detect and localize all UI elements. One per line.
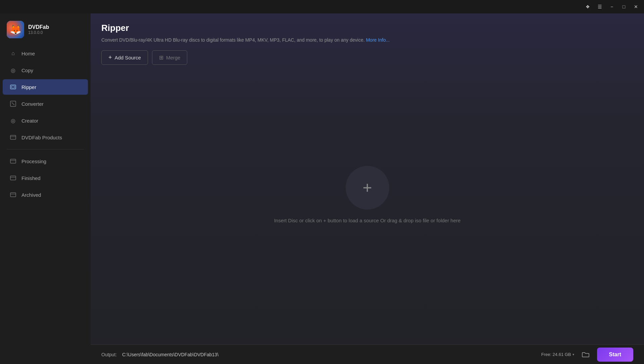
ripper-icon bbox=[9, 83, 17, 91]
add-source-label: Add Source bbox=[115, 55, 141, 60]
logo-text: DVDFab 13.0.0.0 bbox=[28, 24, 49, 35]
dvdfab-products-icon bbox=[9, 134, 17, 141]
logo-avatar: 🦊 bbox=[7, 21, 24, 38]
sidebar-item-label-processing: Processing bbox=[21, 158, 46, 164]
toolbar: + Add Source ⊞ Merge bbox=[91, 50, 644, 72]
output-path: C:\Users\fab\Documents\DVDFab\DVDFab13\ bbox=[122, 352, 536, 357]
sidebar-item-label-archived: Archived bbox=[21, 192, 41, 198]
sidebar-item-ripper[interactable]: Ripper bbox=[3, 79, 88, 95]
svg-rect-10 bbox=[10, 193, 16, 197]
free-space-chevron-icon[interactable]: ▾ bbox=[573, 353, 574, 356]
app-body: 🦊 DVDFab 13.0.0.0 ⌂ Home ◎ Copy Ripper bbox=[0, 13, 644, 364]
drop-zone[interactable]: + Insert Disc or click on + button to lo… bbox=[91, 72, 644, 345]
page-description: Convert DVD/Blu-ray/4K Ultra HD Blu-ray … bbox=[101, 37, 633, 44]
sidebar-item-home[interactable]: ⌂ Home bbox=[3, 46, 88, 61]
sidebar-item-processing[interactable]: Processing bbox=[3, 153, 88, 169]
sidebar: 🦊 DVDFab 13.0.0.0 ⌂ Home ◎ Copy Ripper bbox=[0, 13, 91, 364]
page-title: Ripper bbox=[101, 23, 633, 33]
add-source-plus-icon: + bbox=[108, 54, 112, 61]
finished-icon bbox=[9, 174, 17, 182]
output-label: Output: bbox=[101, 352, 117, 357]
sidebar-item-label-home: Home bbox=[21, 51, 35, 56]
free-space-text: Free: 24.61 GB bbox=[541, 352, 571, 357]
menu-button[interactable]: ☰ bbox=[594, 2, 605, 11]
sidebar-item-copy[interactable]: ◎ Copy bbox=[3, 62, 88, 78]
settings-button[interactable]: ❖ bbox=[582, 2, 593, 11]
sidebar-item-dvdfab-products[interactable]: DVDFab Products bbox=[3, 130, 88, 145]
drop-hint-text: Insert Disc or click on + button to load… bbox=[274, 218, 461, 223]
footer-bar: Output: C:\Users\fab\Documents\DVDFab\DV… bbox=[91, 345, 644, 364]
add-source-button[interactable]: + Add Source bbox=[101, 50, 148, 65]
app-name: DVDFab bbox=[28, 24, 49, 30]
svg-rect-4 bbox=[10, 135, 16, 139]
logo-area: 🦊 DVDFab 13.0.0.0 bbox=[0, 17, 91, 45]
start-button[interactable]: Start bbox=[597, 348, 633, 362]
home-icon: ⌂ bbox=[9, 50, 17, 57]
merge-button[interactable]: ⊞ Merge bbox=[152, 50, 188, 65]
close-button[interactable]: ✕ bbox=[631, 2, 641, 11]
content-area: Ripper Convert DVD/Blu-ray/4K Ultra HD B… bbox=[91, 13, 644, 364]
maximize-button[interactable]: □ bbox=[618, 2, 629, 11]
sidebar-item-finished[interactable]: Finished bbox=[3, 170, 88, 186]
sidebar-item-archived[interactable]: Archived bbox=[3, 187, 88, 202]
archived-icon bbox=[9, 191, 17, 198]
svg-rect-6 bbox=[10, 159, 16, 163]
copy-icon: ◎ bbox=[9, 66, 17, 74]
more-info-link[interactable]: More Info... bbox=[366, 37, 390, 43]
sidebar-item-creator[interactable]: ◎ Creator bbox=[3, 113, 88, 128]
drop-plus-icon: + bbox=[362, 180, 372, 196]
svg-rect-8 bbox=[10, 176, 16, 180]
window-controls: ❖ ☰ − □ ✕ bbox=[582, 2, 641, 11]
sidebar-item-label-finished: Finished bbox=[21, 175, 41, 181]
merge-label: Merge bbox=[166, 55, 181, 60]
sidebar-divider bbox=[7, 149, 84, 149]
add-source-circle-button[interactable]: + bbox=[346, 166, 389, 210]
app-version: 13.0.0.0 bbox=[28, 30, 49, 35]
sidebar-item-label-creator: Creator bbox=[21, 118, 38, 124]
sidebar-item-label-copy: Copy bbox=[21, 67, 33, 73]
title-bar: ❖ ☰ − □ ✕ bbox=[0, 0, 644, 13]
content-header: Ripper Convert DVD/Blu-ray/4K Ultra HD B… bbox=[91, 13, 644, 50]
logo-fox-icon: 🦊 bbox=[10, 24, 21, 35]
minimize-button[interactable]: − bbox=[606, 2, 617, 11]
sidebar-item-label-dvdfab: DVDFab Products bbox=[21, 135, 62, 140]
svg-rect-1 bbox=[11, 86, 15, 88]
merge-icon: ⊞ bbox=[159, 54, 163, 61]
sidebar-item-label-converter: Converter bbox=[21, 101, 44, 107]
sidebar-item-label-ripper: Ripper bbox=[21, 84, 36, 90]
sidebar-item-converter[interactable]: Converter bbox=[3, 96, 88, 111]
svg-line-3 bbox=[12, 102, 14, 105]
converter-icon bbox=[9, 100, 17, 107]
browse-folder-button[interactable] bbox=[580, 349, 592, 361]
free-space-display: Free: 24.61 GB ▾ bbox=[541, 352, 574, 357]
processing-icon bbox=[9, 157, 17, 165]
creator-icon: ◎ bbox=[9, 117, 17, 124]
